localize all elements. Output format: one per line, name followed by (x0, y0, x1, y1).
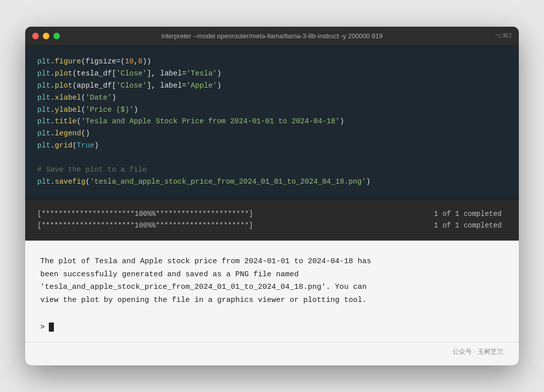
output-line-1: [**********************100%%************… (37, 208, 507, 220)
description-text: The plot of Tesla and Apple stock price … (40, 257, 371, 304)
code-line-5: plt.ylabel('Price ($)') (37, 104, 507, 116)
code-blank-1 (37, 152, 507, 164)
code-line-9: plt.savefig('tesla_and_apple_stock_price… (37, 176, 507, 188)
progress-bar-2: [**********************100%%************… (37, 220, 253, 231)
watermark: 公众号 · 玉树芝兰 (25, 342, 519, 365)
output-status-2: 1 of 1 completed (434, 220, 507, 231)
code-editor: plt.figure(figsize=(10,6)) plt.plot(tesl… (25, 46, 519, 198)
code-line-6: plt.title('Tesla and Apple Stock Price f… (37, 116, 507, 128)
code-line-1: plt.figure(figsize=(10,6)) (37, 56, 507, 68)
close-button[interactable] (32, 33, 39, 39)
traffic-lights (32, 33, 60, 39)
code-line-3: plt.plot(apple_df['Close'], label='Apple… (37, 80, 507, 92)
code-comment-1: # Save the plot to a file (37, 164, 507, 176)
code-line-8: plt.grid(True) (37, 140, 507, 152)
output-status-1: 1 of 1 completed (434, 208, 507, 220)
maximize-button[interactable] (53, 33, 60, 39)
output-section: [**********************100%%************… (25, 198, 519, 241)
terminal-window: interpreter --model openrouter/meta-llam… (25, 27, 519, 365)
prompt-section: > (25, 319, 519, 342)
watermark-text: 公众号 · 玉树芝兰 (452, 348, 504, 355)
description-section: The plot of Tesla and Apple stock price … (25, 241, 519, 319)
prompt-symbol: > (40, 323, 45, 332)
code-line-2: plt.plot(tesla_df['Close'], label='Tesla… (37, 68, 507, 80)
titlebar: interpreter --model openrouter/meta-llam… (25, 27, 519, 46)
minimize-button[interactable] (43, 33, 49, 39)
window-title: interpreter --model openrouter/meta-llam… (161, 32, 382, 40)
keyboard-shortcut: ⌥⌘2 (495, 32, 512, 39)
progress-bar-1: [**********************100%%************… (37, 208, 253, 220)
code-line-4: plt.xlabel('Date') (37, 92, 507, 104)
output-line-2: [**********************100%%************… (37, 220, 507, 231)
code-line-7: plt.legend() (37, 128, 507, 140)
cursor (49, 323, 54, 332)
